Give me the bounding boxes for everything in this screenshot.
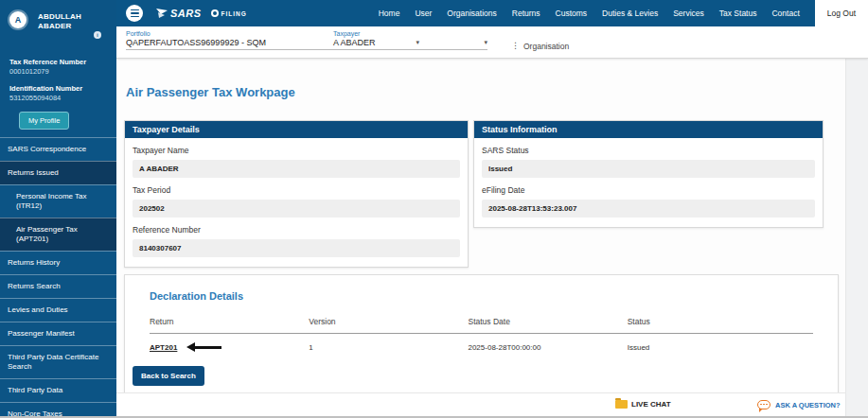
declaration-table-body: APT20112025-08-28T00:00:00Issued xyxy=(150,334,813,352)
panel-header: Taxpayer Details xyxy=(125,121,468,138)
sidebar-item[interactable]: Air Passenger Tax (APT201) xyxy=(0,218,116,251)
tax-ref-label: Tax Reference Number xyxy=(9,58,107,66)
page-title: Air Passenger Tax Workpage xyxy=(126,85,295,99)
column-header: Return xyxy=(150,317,309,326)
nav-item[interactable]: Organisations xyxy=(447,9,496,18)
sidebar-item[interactable]: SARS Correspondence xyxy=(0,137,116,161)
top-nav-items: HomeUserOrganisationsReturnsCustomsDutie… xyxy=(379,9,815,18)
back-to-search-button[interactable]: Back to Search xyxy=(133,366,204,386)
field-value: 202502 xyxy=(133,200,460,218)
nav-item[interactable]: User xyxy=(415,9,432,18)
sidebar-item[interactable]: Returns Issued xyxy=(0,161,116,184)
nav-item[interactable]: Duties & Levies xyxy=(602,9,658,18)
main-content: Air Passenger Tax Workpage Taxpayer Deta… xyxy=(116,59,868,418)
sidebar-menu: SARS CorrespondenceReturns IssuedPersona… xyxy=(0,137,116,418)
efiling-logo: FILING xyxy=(211,9,247,17)
sars-flag-icon xyxy=(156,9,168,18)
nav-item[interactable]: Tax Status xyxy=(719,9,757,18)
status-cell: Issued xyxy=(628,343,813,352)
logout-button[interactable]: Log Out xyxy=(815,0,868,26)
speech-bubble-icon xyxy=(757,400,771,409)
declaration-details-card: Declaration Details ReturnVersionStatus … xyxy=(124,274,839,400)
live-chat-label: LIVE CHAT xyxy=(631,400,671,409)
user-name-line2: ABADER xyxy=(38,22,81,31)
id-number-value: 5312055094084 xyxy=(9,94,107,102)
column-header: Status xyxy=(628,317,813,326)
sidebar-item[interactable]: Passenger Manifest xyxy=(0,322,116,345)
scrollbar-gutter[interactable] xyxy=(845,59,868,418)
footer-bar: LIVE CHAT ASK A QUESTION? xyxy=(116,392,845,418)
efiling-ring-icon xyxy=(211,9,219,17)
version-cell: 1 xyxy=(309,343,468,352)
ask-a-question-button[interactable]: ASK A QUESTION? xyxy=(757,400,841,409)
organisation-label: Organisation xyxy=(523,42,569,51)
nav-item[interactable]: Contact xyxy=(771,9,799,18)
column-header: Status Date xyxy=(468,317,627,326)
kebab-menu-icon[interactable]: ⋮ xyxy=(511,41,520,50)
hamburger-menu-icon[interactable] xyxy=(126,5,143,22)
sidebar-item[interactable]: Personal Income Tax (ITR12) xyxy=(0,184,116,218)
sars-logo-text: SARS xyxy=(170,8,202,19)
status-fields: SARS StatusIssuedeFiling Date2025-08-28T… xyxy=(474,146,823,218)
status-date-cell: 2025-08-28T00:00:00 xyxy=(468,343,627,352)
taxpayer-details-panel: Taxpayer Details Taxpayer NameA ABADERTa… xyxy=(124,120,469,268)
info-icon[interactable]: i xyxy=(94,31,101,39)
efiling-label: FILING xyxy=(221,10,247,17)
taxpayer-label: Taxpayer xyxy=(333,30,487,37)
nav-item[interactable]: Customs xyxy=(556,9,588,18)
user-card: A ABDULLAH ABADER i xyxy=(0,0,116,49)
my-profile-button[interactable]: My Profile xyxy=(19,112,69,130)
column-header: Version xyxy=(309,317,468,326)
return-cell: APT201 xyxy=(150,342,309,352)
sidebar-item[interactable]: Third Party Data Certificate Search xyxy=(0,345,116,378)
sidebar-item[interactable]: Levies and Duties xyxy=(0,298,116,322)
field-label: SARS Status xyxy=(482,146,815,155)
sidebar-item[interactable]: Returns History xyxy=(0,251,116,274)
id-number-label: Identification Number xyxy=(9,84,107,93)
field-label: Tax Period xyxy=(133,185,460,195)
taxpayer-select[interactable]: Taxpayer A ABADER ▾ xyxy=(333,30,487,50)
panel-header: Status Information xyxy=(474,121,823,138)
field-value: 8140307607 xyxy=(133,239,460,257)
user-name: ABDULLAH ABADER xyxy=(38,12,81,32)
field-label: Reference Number xyxy=(133,225,460,235)
table-row: APT20112025-08-28T00:00:00Issued xyxy=(150,334,813,352)
sidebar-item[interactable]: Returns Search xyxy=(0,274,116,298)
declaration-title: Declaration Details xyxy=(150,290,838,302)
return-link[interactable]: APT201 xyxy=(150,343,177,352)
nav-item[interactable]: Home xyxy=(379,9,400,18)
declaration-table-header: ReturnVersionStatus DateStatus xyxy=(150,317,813,334)
field-value: 2025-08-28T13:53:23.007 xyxy=(482,200,815,218)
ask-a-question-label: ASK A QUESTION? xyxy=(775,401,841,409)
taxpayer-fields: Taxpayer NameA ABADERTax Period202502Ref… xyxy=(125,146,468,257)
portfolio-value: QAPERFAUTOASS96999929 - SQM xyxy=(126,38,266,47)
live-chat-icon xyxy=(615,400,628,409)
status-information-panel: Status Information SARS StatusIssuedeFil… xyxy=(473,120,824,228)
annotation-arrow-icon xyxy=(186,342,222,352)
field-value: Issued xyxy=(482,160,815,178)
field-label: Taxpayer Name xyxy=(133,146,460,155)
user-meta: Tax Reference Number 0001012079 Identifi… xyxy=(0,58,116,130)
top-nav: SARS FILING HomeUserOrganisationsReturns… xyxy=(116,0,868,26)
sars-logo: SARS xyxy=(156,8,202,19)
context-bar: Portfolio QAPERFAUTOASS96999929 - SQM ▾ … xyxy=(116,26,868,59)
chevron-down-icon[interactable]: ▾ xyxy=(484,39,487,46)
declaration-table: ReturnVersionStatus DateStatus APT201120… xyxy=(150,317,813,352)
user-name-line1: ABDULLAH xyxy=(38,12,81,22)
nav-item[interactable]: Services xyxy=(673,9,704,18)
nav-item[interactable]: Returns xyxy=(512,9,540,18)
taxpayer-value: A ABADER xyxy=(333,38,376,47)
field-label: eFiling Date xyxy=(482,185,815,195)
sidebar-item[interactable]: Third Party Data xyxy=(0,378,116,402)
live-chat-button[interactable]: LIVE CHAT xyxy=(615,400,671,409)
avatar: A xyxy=(9,11,27,28)
field-value: A ABADER xyxy=(133,160,460,178)
sidebar: A ABDULLAH ABADER i Tax Reference Number… xyxy=(0,0,116,418)
tax-ref-value: 0001012079 xyxy=(9,67,107,76)
